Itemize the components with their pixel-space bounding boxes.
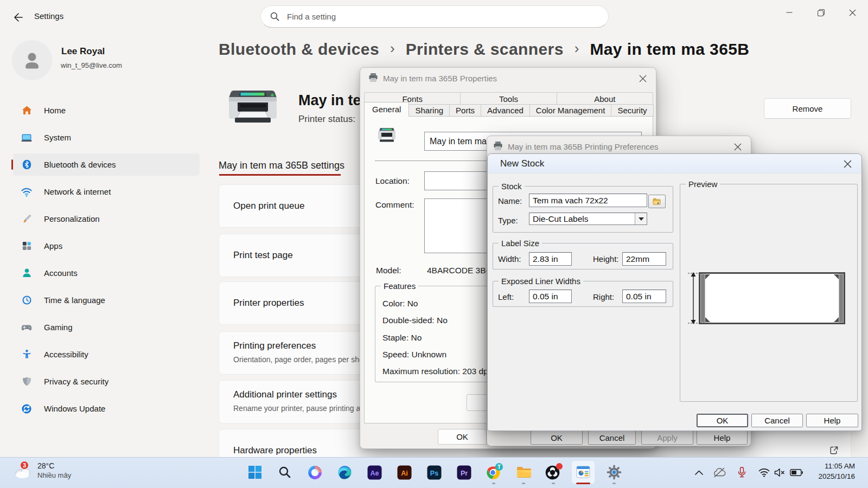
microphone-in-use-button[interactable] — [732, 463, 751, 482]
sidebar-item-apps[interactable]: Apps — [13, 235, 200, 257]
tray-chevron-button[interactable] — [689, 463, 709, 482]
close-icon — [844, 160, 852, 168]
properties-ok-button[interactable]: OK — [438, 429, 487, 445]
minimize-button[interactable] — [777, 0, 802, 25]
tab-advanced[interactable]: Advanced — [481, 104, 530, 117]
height-input[interactable] — [622, 252, 666, 266]
comment-label: Comment: — [375, 200, 414, 210]
printer-titlebar-icon — [493, 141, 503, 152]
illustrator-button[interactable]: Ai — [392, 460, 416, 484]
chrome-profile-badge: T — [495, 463, 503, 471]
new-stock-help-button[interactable]: Help — [806, 414, 858, 427]
settings-gear-button[interactable] — [602, 460, 626, 484]
bartender-app-button[interactable] — [571, 460, 595, 484]
breadcrumb-separator: › — [390, 40, 395, 59]
apps-icon — [21, 241, 32, 252]
properties-dialog-title: May in tem ma 365B Properties — [383, 74, 497, 83]
remove-button[interactable]: Remove — [764, 98, 851, 119]
premiere-button[interactable]: Pr — [452, 460, 476, 484]
app-title: Settings — [34, 11, 63, 21]
edge-button[interactable] — [333, 460, 356, 484]
dropdown-arrow[interactable] — [635, 213, 647, 224]
tab-color-management[interactable]: Color Management — [529, 104, 612, 117]
close-icon — [849, 9, 856, 16]
tab-about[interactable]: About — [557, 92, 653, 105]
copilot-button[interactable] — [303, 460, 327, 484]
sidebar-item-personalization[interactable]: Personalization — [13, 208, 200, 230]
search-box[interactable] — [260, 5, 609, 28]
sidebar-item-windows-update[interactable]: Windows Update — [13, 397, 200, 420]
weather-widget[interactable]: 3 28°C Nhiều mây — [14, 460, 71, 480]
premiere-icon: Pr — [457, 465, 471, 480]
sidebar-item-home[interactable]: Home — [13, 99, 200, 121]
avatar[interactable] — [12, 40, 52, 80]
properties-tab-row-lower: General Sharing Ports Advanced Color Man… — [364, 105, 653, 117]
chrome-button[interactable]: T — [482, 460, 506, 484]
preferences-cancel-button[interactable]: Cancel — [588, 431, 636, 445]
taskbar-search-button[interactable] — [273, 460, 297, 484]
wifi-nav-icon — [21, 187, 32, 197]
properties-close-button[interactable] — [636, 72, 649, 85]
sidebar-item-network-internet[interactable]: Network & internet — [13, 181, 200, 203]
sidebar-item-privacy-security[interactable]: Privacy & security — [13, 370, 200, 393]
printer-status-label: Printer status: — [298, 114, 355, 125]
sidebar-item-system[interactable]: System — [13, 126, 200, 149]
close-button[interactable] — [840, 0, 865, 25]
file-explorer-button[interactable] — [512, 460, 535, 484]
onedrive-paused-button[interactable] — [710, 463, 729, 482]
sidebar-item-accessibility[interactable]: Accessibility — [13, 343, 200, 365]
properties-dialog-titlebar[interactable]: May in tem ma 365B Properties — [360, 68, 656, 88]
preferences-close-button[interactable] — [731, 140, 744, 153]
weather-condition: Nhiều mây — [37, 471, 71, 479]
liner-widths-group-label: Exposed Liner Widths — [499, 277, 583, 286]
new-stock-cancel-button[interactable]: Cancel — [751, 414, 803, 427]
sidebar-item-time-language[interactable]: Time & language — [13, 289, 200, 311]
feature-speed: Speed: Unknown — [382, 350, 446, 359]
tab-security[interactable]: Security — [611, 104, 653, 117]
stock-group-label: Stock — [499, 182, 525, 191]
sidebar-item-accounts[interactable]: Accounts — [13, 262, 200, 284]
tab-ports[interactable]: Ports — [449, 104, 481, 117]
stock-browse-button[interactable] — [648, 195, 666, 208]
active-app-indicator — [576, 483, 590, 484]
right-input[interactable] — [622, 290, 666, 303]
maximize-button[interactable] — [808, 0, 833, 25]
preferences-ok-button[interactable]: OK — [531, 431, 583, 445]
search-input[interactable] — [287, 12, 580, 21]
new-stock-close-button[interactable] — [841, 157, 854, 170]
label-size-group-label: Label Size — [499, 239, 542, 248]
back-button[interactable] — [9, 9, 27, 26]
update-icon — [21, 403, 32, 414]
weather-alert-badge: 3 — [20, 461, 29, 470]
stock-name-input[interactable] — [529, 194, 647, 207]
obs-button[interactable] — [541, 460, 565, 484]
stock-type-dropdown[interactable]: Die-Cut Labels — [529, 213, 647, 225]
tab-tools[interactable]: Tools — [460, 92, 557, 105]
preferences-help-button[interactable]: Help — [697, 431, 748, 445]
new-stock-title: New Stock — [500, 158, 544, 169]
microphone-icon — [738, 467, 746, 478]
breadcrumb-bluetooth-devices[interactable]: Bluetooth & devices — [219, 40, 379, 59]
feature-max-resolution: Maximum resolution: 203 dpi — [382, 367, 490, 376]
sidebar-item-gaming[interactable]: Gaming — [13, 316, 200, 338]
tab-sharing[interactable]: Sharing — [409, 104, 450, 117]
accessibility-icon — [21, 349, 32, 360]
new-stock-ok-button[interactable]: OK — [697, 414, 748, 427]
after-effects-button[interactable]: Ae — [362, 460, 386, 484]
start-button[interactable] — [243, 460, 267, 484]
battery-button[interactable] — [787, 463, 806, 482]
left-label: Left: — [498, 292, 514, 301]
preview-group-label: Preview — [686, 179, 720, 189]
taskbar-clock[interactable]: 11:05 AM 2025/10/16 — [818, 461, 855, 481]
clock-date: 2025/10/16 — [818, 471, 855, 481]
width-input[interactable] — [529, 252, 572, 266]
preferences-apply-button[interactable]: Apply — [641, 431, 693, 445]
user-email: win_t_95@live.com — [61, 61, 122, 69]
new-stock-titlebar[interactable]: New Stock — [488, 154, 861, 174]
tab-general[interactable]: General — [364, 102, 409, 117]
breadcrumb-printers-scanners[interactable]: Printers & scanners — [406, 40, 564, 59]
left-input[interactable] — [529, 290, 572, 303]
breadcrumb-separator: › — [575, 40, 579, 59]
photoshop-button[interactable]: Ps — [422, 460, 446, 484]
sidebar-item-bluetooth-devices[interactable]: Bluetooth & devices — [13, 153, 200, 176]
